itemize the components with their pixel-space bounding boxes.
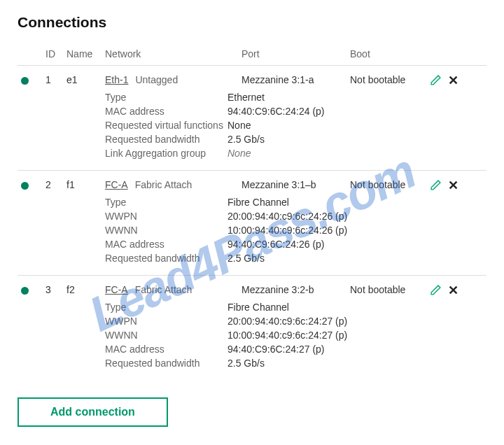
detail-label: Type bbox=[105, 197, 227, 208]
edit-icon[interactable] bbox=[427, 74, 444, 86]
detail-value: 20:00:94:40:c9:6c:24:27 (p) bbox=[227, 316, 483, 327]
connection-row: 3f2FC-A Fabric AttachMezzanine 3:2-bNot … bbox=[18, 275, 486, 297]
delete-icon[interactable]: ✕ bbox=[444, 284, 462, 297]
network-mode: Untagged bbox=[135, 74, 178, 85]
add-connection-button[interactable]: Add connection bbox=[18, 397, 168, 427]
detail-label: WWPN bbox=[105, 316, 227, 327]
detail-label: Requested bandwidth bbox=[105, 253, 227, 264]
detail-value: Fibre Channel bbox=[227, 197, 483, 208]
col-port: Port bbox=[241, 48, 350, 59]
detail-value: Ethernet bbox=[227, 92, 483, 103]
conn-id: 1 bbox=[46, 74, 66, 85]
detail-label: Requested bandwidth bbox=[105, 134, 227, 145]
status-dot-icon bbox=[21, 77, 29, 85]
network-link[interactable]: FC-A bbox=[105, 179, 128, 190]
detail-label: Link Aggregation group bbox=[105, 148, 227, 159]
detail-value: 94:40:C9:6C:24:26 (p) bbox=[227, 239, 483, 250]
conn-name: f2 bbox=[66, 284, 105, 295]
edit-icon[interactable] bbox=[427, 179, 444, 191]
detail-value: None bbox=[227, 148, 483, 159]
status-dot-icon bbox=[21, 287, 29, 295]
detail-value: 94:40:C9:6C:24:24 (p) bbox=[227, 106, 483, 117]
detail-label: MAC address bbox=[105, 344, 227, 355]
conn-port: Mezzanine 3:1–b bbox=[241, 179, 350, 190]
detail-value: 94:40:C9:6C:24:27 (p) bbox=[227, 344, 483, 355]
conn-name: e1 bbox=[66, 74, 105, 85]
page-title: Connections bbox=[18, 14, 486, 31]
network-mode: Fabric Attach bbox=[135, 284, 192, 295]
detail-value: 2.5 Gb/s bbox=[227, 358, 483, 369]
network-link[interactable]: Eth-1 bbox=[105, 74, 128, 85]
detail-label: MAC address bbox=[105, 239, 227, 250]
conn-name: f1 bbox=[66, 179, 105, 190]
detail-value: 10:00:94:40:c9:6c:24:27 (p) bbox=[227, 330, 483, 341]
conn-boot: Not bootable bbox=[350, 179, 427, 190]
detail-label: Type bbox=[105, 302, 227, 313]
connection-details: TypeEthernetMAC address94:40:C9:6C:24:24… bbox=[18, 87, 486, 170]
detail-label: Requested bandwidth bbox=[105, 358, 227, 369]
detail-value: 2.5 Gb/s bbox=[227, 253, 483, 264]
connection-details: TypeFibre ChannelWWPN20:00:94:40:c9:6c:2… bbox=[18, 192, 486, 275]
col-id: ID bbox=[46, 48, 66, 59]
detail-value: 2.5 Gb/s bbox=[227, 134, 483, 145]
delete-icon[interactable]: ✕ bbox=[444, 179, 462, 192]
conn-boot: Not bootable bbox=[350, 74, 427, 85]
conn-id: 2 bbox=[46, 179, 66, 190]
table-header: ID Name Network Port Boot bbox=[18, 48, 486, 65]
conn-port: Mezzanine 3:2-b bbox=[241, 284, 350, 295]
detail-value: None bbox=[227, 120, 483, 131]
detail-value: 20:00:94:40:c9:6c:24:26 (p) bbox=[227, 211, 483, 222]
delete-icon[interactable]: ✕ bbox=[444, 74, 462, 87]
conn-port: Mezzanine 3:1-a bbox=[241, 74, 350, 85]
detail-label: Type bbox=[105, 92, 227, 103]
connection-details: TypeFibre ChannelWWPN20:00:94:40:c9:6c:2… bbox=[18, 297, 486, 380]
network-mode: Fabric Attach bbox=[135, 179, 192, 190]
network-link[interactable]: FC-A bbox=[105, 284, 128, 295]
connection-row: 1e1Eth-1 UntaggedMezzanine 3:1-aNot boot… bbox=[18, 65, 486, 87]
col-name: Name bbox=[66, 48, 105, 59]
detail-value: 10:00:94:40:c9:6c:24:26 (p) bbox=[227, 225, 483, 236]
detail-label: WWNN bbox=[105, 330, 227, 341]
conn-boot: Not bootable bbox=[350, 284, 427, 295]
edit-icon[interactable] bbox=[427, 284, 444, 296]
status-dot-icon bbox=[21, 182, 29, 190]
conn-id: 3 bbox=[46, 284, 66, 295]
detail-label: WWNN bbox=[105, 225, 227, 236]
col-boot: Boot bbox=[350, 48, 427, 59]
detail-label: MAC address bbox=[105, 106, 227, 117]
col-network: Network bbox=[105, 48, 241, 59]
detail-label: WWPN bbox=[105, 211, 227, 222]
connection-row: 2f1FC-A Fabric AttachMezzanine 3:1–bNot … bbox=[18, 170, 486, 192]
detail-value: Fibre Channel bbox=[227, 302, 483, 313]
detail-label: Requested virtual functions bbox=[105, 120, 227, 131]
